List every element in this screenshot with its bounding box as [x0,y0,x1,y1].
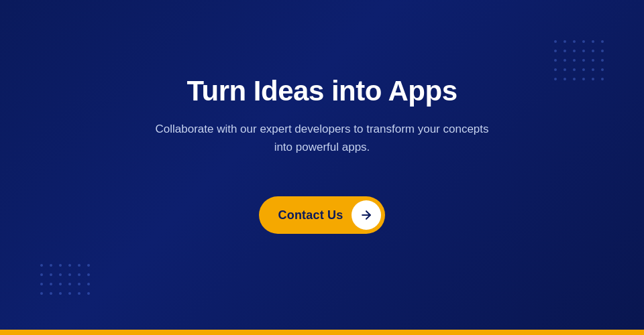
dot [592,50,594,52]
dot [40,283,43,285]
dot [564,50,566,52]
contact-us-label: Contact Us [278,208,343,222]
dot [573,78,576,80]
dot [50,292,52,295]
dot [582,50,585,52]
dot [601,59,604,62]
dot [601,50,604,52]
dot [78,273,80,276]
dot [592,68,594,71]
dot [50,264,52,267]
dot [78,264,80,267]
dot [601,78,604,80]
dot [87,283,90,285]
dot [554,68,557,71]
dot [40,292,43,295]
arrow-icon [352,200,381,230]
dot [601,40,604,43]
dot [59,292,62,295]
dot [59,264,62,267]
dot [68,264,71,267]
dot [78,292,80,295]
dot [564,68,566,71]
dot [582,40,585,43]
dot [68,292,71,295]
hero-content: Turn Ideas into Apps Collaborate with ou… [148,74,496,234]
dot [582,68,585,71]
contact-us-button[interactable]: Contact Us [259,196,384,234]
dot [573,50,576,52]
dot [554,78,557,80]
bottom-accent-bar [0,330,644,335]
dot [87,292,90,295]
dot [564,40,566,43]
dot [554,40,557,43]
dot [573,59,576,62]
dot [78,283,80,285]
dot [573,40,576,43]
dot [68,283,71,285]
dot-decoration-bottom-left [40,264,90,295]
dot [564,78,566,80]
dot [59,283,62,285]
hero-title: Turn Ideas into Apps [186,74,457,108]
dot [87,273,90,276]
dot [50,283,52,285]
dot [592,78,594,80]
hero-section: Turn Ideas into Apps Collaborate with ou… [0,0,644,335]
dot [87,264,90,267]
dot [40,264,43,267]
dot [592,40,594,43]
dot [554,59,557,62]
dot [601,68,604,71]
dot [564,59,566,62]
dot [582,59,585,62]
dot [68,273,71,276]
dot [582,78,585,80]
dot [554,50,557,52]
dot [59,273,62,276]
dot [40,273,43,276]
dot [592,59,594,62]
dot-decoration-top-right [554,40,604,80]
dot [50,273,52,276]
hero-subtitle: Collaborate with our expert developers t… [148,120,496,156]
dot [573,68,576,71]
